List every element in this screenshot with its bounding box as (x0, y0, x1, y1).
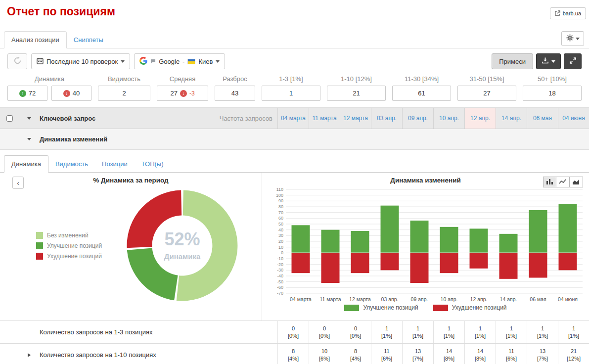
metric-count: 14 (477, 348, 483, 355)
positions-report-app: Отчет по позициям barb.ua Анализ позиции… (0, 5, 589, 364)
metric-percent: [1%] (537, 332, 548, 340)
date-column-header[interactable]: 04 июня (558, 108, 589, 129)
bar-chart: 1101009080706050403020100-10-20-30-40-50… (265, 186, 586, 304)
collapse-group-caret-icon[interactable] (27, 138, 31, 140)
refresh-button[interactable] (7, 53, 27, 69)
svg-text:-30: -30 (277, 268, 283, 273)
bar-chart-legend: Улучшение позицийУхудшение позиций (262, 304, 589, 311)
stat-value-box: 27 (457, 86, 516, 101)
stat-value-box: ↑72 (7, 86, 47, 101)
metric-percent: [7%] (537, 355, 548, 363)
date-column-header[interactable]: 10 апр. (433, 108, 464, 129)
svg-text:10: 10 (278, 245, 283, 250)
region-label: Киев (198, 58, 213, 65)
chart-type-bar-button[interactable] (543, 177, 556, 187)
metric-count: 14 (446, 348, 452, 355)
settings-button[interactable] (561, 31, 584, 46)
group-row-label: Динамика изменений (40, 136, 107, 143)
column-menu-caret-icon[interactable] (27, 117, 31, 120)
stat-value: 2 (122, 90, 126, 97)
chart-type-line-button[interactable] (556, 177, 570, 187)
bar-x-label: 11 марта (319, 296, 341, 302)
donut-area: Без измененийУлучшение позицийУхудшение … (0, 187, 262, 304)
metric-cell: 1[1%] (527, 321, 558, 343)
date-column-header[interactable]: 11 марта (309, 108, 340, 129)
date-column-header[interactable]: 12 апр. (464, 108, 496, 129)
date-column-header[interactable]: 14 апр. (496, 108, 527, 129)
area-chart-icon (573, 179, 580, 186)
bar-chart-icon (546, 179, 553, 186)
arrow-up-circle-icon: ↑ (19, 90, 26, 97)
select-all-checkbox[interactable] (6, 115, 13, 122)
legend-swatch (36, 253, 43, 260)
charts-section: ‹ % Динамика за период Без измененийУлуч… (0, 173, 589, 321)
select-all-cell (0, 108, 19, 129)
subtab-visibility[interactable]: Видимость (48, 156, 95, 172)
metric-count: 1 (385, 325, 388, 332)
svg-text:-20: -20 (277, 262, 283, 267)
chevron-down-icon (121, 60, 125, 63)
google-logo-icon (139, 57, 147, 66)
row-label: Количество запросов на 1-10 позициях (40, 344, 277, 364)
date-column-header[interactable]: 03 апр. (371, 108, 402, 129)
stat-value: 18 (548, 90, 555, 97)
subtab-positions[interactable]: Позиции (95, 156, 135, 172)
bar-decline (292, 253, 310, 273)
stat-boxes: 2 (98, 86, 150, 101)
metric-cell: 8[4%] (277, 344, 309, 364)
tab-position-analysis[interactable]: Анализ позиции (4, 31, 67, 48)
page-title: Отчет по позициям (7, 5, 589, 18)
metric-cell: 8[4%] (340, 344, 371, 364)
metric-percent: [1%] (568, 332, 579, 340)
download-button[interactable] (536, 53, 561, 69)
legend-swatch (344, 305, 359, 311)
legend-item: Улучшение позиций (344, 304, 418, 311)
site-link-button[interactable]: barb.ua (550, 7, 586, 19)
period-dropdown-button[interactable]: Последние 10 проверок (31, 53, 130, 69)
impurities-button[interactable]: Примеси (492, 53, 533, 69)
metric-percent: [6%] (319, 355, 330, 363)
legend-label: Ухудшение позиций (47, 253, 102, 260)
chart-type-buttons (543, 177, 583, 187)
subtab-tops[interactable]: ТОП(ы) (135, 156, 171, 172)
date-column-header[interactable]: 12 марта (340, 108, 371, 129)
tab-snippets[interactable]: Сниппеты (67, 32, 110, 48)
expand-caret-icon[interactable] (28, 353, 31, 357)
legend-item: Ухудшение позиций (36, 253, 119, 260)
metric-count: 1 (416, 325, 419, 332)
bar-x-label: 04 марта (290, 296, 312, 302)
metric-count: 11 (508, 348, 514, 355)
stat-value-box: 1 (262, 86, 320, 101)
expand-button[interactable] (564, 53, 582, 69)
date-column-headers: 04 марта11 марта12 марта03 апр.09 апр.10… (277, 108, 589, 129)
legend-label: Улучшение позиций (363, 304, 418, 311)
row-label: Количество запросов на 1-3 позициях (40, 321, 277, 343)
stat-boxes: 43 (215, 86, 255, 101)
metric-percent: [0%] (288, 332, 299, 340)
date-column-header[interactable]: 06 мая (527, 108, 558, 129)
metric-count: 1 (541, 325, 544, 332)
collapse-panel-button[interactable]: ‹ (12, 177, 24, 189)
stat-boxes: 21 (327, 86, 386, 101)
metric-count: 11 (384, 348, 389, 355)
search-engine-region-selector[interactable]: Google - Киев (134, 53, 225, 69)
date-column-header[interactable]: 09 апр. (402, 108, 433, 129)
metric-cell: 0[0%] (340, 321, 371, 343)
stat-label: Видимость (98, 75, 150, 83)
chart-type-area-button[interactable] (570, 177, 583, 187)
subtab-dynamics[interactable]: Динамика (4, 155, 48, 173)
svg-text:-10: -10 (277, 256, 283, 261)
metric-percent: [1%] (412, 332, 423, 340)
line-chart-icon (559, 179, 566, 186)
bar-x-label: 09 апр. (411, 296, 428, 302)
metric-cell: 14[8%] (464, 344, 496, 364)
metric-cell: 1[1%] (558, 321, 589, 343)
speech-bubble-icon (150, 58, 156, 65)
refresh-icon (14, 57, 21, 66)
metric-percent: [1%] (475, 332, 486, 340)
metric-count: 0 (292, 325, 295, 332)
stat-value-box: 43 (215, 86, 255, 101)
stat-top-31-50: 31-50 [15%]27 (457, 75, 516, 101)
date-column-header[interactable]: 04 марта (277, 108, 309, 129)
row-expander-cell (19, 321, 40, 343)
